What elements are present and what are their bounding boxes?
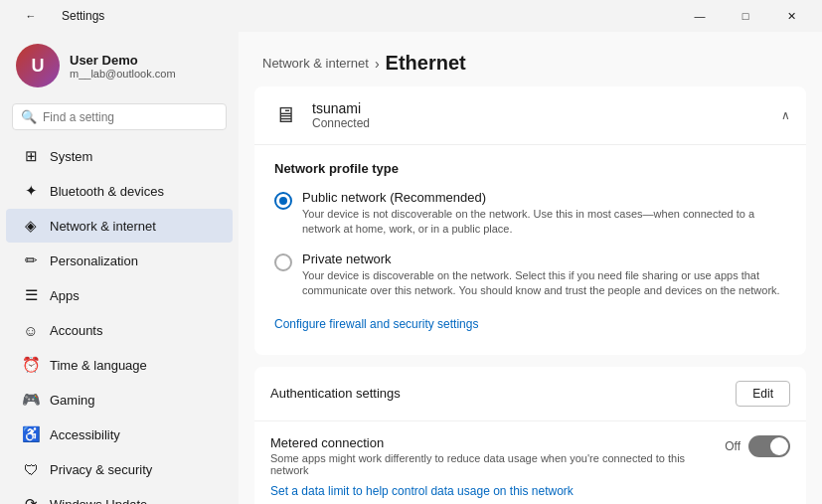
- privacy-icon: 🛡: [22, 460, 40, 478]
- radio-private-desc: Your device is discoverable on the netwo…: [302, 268, 786, 299]
- breadcrumb-separator: ›: [375, 56, 380, 72]
- connection-info: 🖥 tsunami Connected: [270, 100, 370, 130]
- user-profile[interactable]: U User Demo m__lab@outlook.com: [0, 32, 239, 99]
- nav-list: ⊞System✦Bluetooth & devices◈Network & in…: [0, 138, 239, 504]
- sidebar-item-label-personalization: Personalization: [50, 253, 138, 268]
- titlebar-controls: — □ ✕: [677, 0, 814, 32]
- sidebar-item-system[interactable]: ⊞System: [6, 139, 233, 173]
- toggle-label: Off: [725, 439, 740, 453]
- minimize-button[interactable]: —: [677, 0, 723, 32]
- user-name: User Demo: [70, 53, 176, 68]
- sidebar-item-apps[interactable]: ☰Apps: [6, 278, 233, 312]
- sidebar-item-label-system: System: [50, 149, 92, 164]
- titlebar-title: Settings: [62, 9, 104, 23]
- sidebar-item-network[interactable]: ◈Network & internet: [6, 209, 233, 243]
- personalization-icon: ✏: [22, 252, 40, 269]
- sidebar-item-gaming[interactable]: 🎮Gaming: [6, 383, 233, 417]
- toggle-thumb: [770, 437, 788, 455]
- profile-section: Network profile type Public network (Rec…: [254, 145, 806, 355]
- firewall-link[interactable]: Configure firewall and security settings: [274, 317, 478, 331]
- maximize-button[interactable]: □: [723, 0, 768, 32]
- data-limit-link[interactable]: Set a data limit to help control data us…: [270, 484, 574, 498]
- gaming-icon: 🎮: [22, 391, 40, 409]
- sidebar-item-update[interactable]: ⟳Windows Update: [6, 487, 233, 504]
- sidebar-item-time[interactable]: ⏰Time & language: [6, 348, 233, 382]
- metered-label: Metered connection: [270, 435, 725, 450]
- sidebar-item-accessibility[interactable]: ♿Accessibility: [6, 418, 233, 451]
- titlebar: ← Settings — □ ✕: [0, 0, 822, 32]
- metered-toggle[interactable]: Off: [725, 435, 790, 457]
- auth-label: Authentication settings: [270, 386, 401, 401]
- connection-status: Connected: [312, 116, 370, 130]
- sidebar-item-label-update: Windows Update: [50, 497, 147, 505]
- breadcrumb: Network & internet › Ethernet: [239, 32, 822, 86]
- update-icon: ⟳: [22, 495, 40, 504]
- breadcrumb-parent[interactable]: Network & internet: [262, 56, 369, 71]
- chevron-up-icon[interactable]: ∧: [781, 108, 790, 122]
- connection-panel: 🖥 tsunami Connected ∧ Network profile ty…: [254, 86, 806, 355]
- network-icon: 🖥: [270, 100, 300, 130]
- metered-row: Metered connection Some apps might work …: [254, 421, 806, 504]
- sidebar-item-personalization[interactable]: ✏Personalization: [6, 244, 233, 277]
- sidebar-item-bluetooth[interactable]: ✦Bluetooth & devices: [6, 174, 233, 208]
- auth-row: Authentication settings Edit: [254, 367, 806, 421]
- apps-icon: ☰: [22, 286, 40, 304]
- sidebar: U User Demo m__lab@outlook.com 🔍 ⊞System…: [0, 32, 239, 504]
- radio-public-desc: Your device is not discoverable on the n…: [302, 207, 786, 238]
- accounts-icon: ☺: [22, 321, 40, 339]
- radio-private-label: Private network: [302, 252, 786, 266]
- titlebar-left: ← Settings: [8, 0, 104, 32]
- content-area: Network & internet › Ethernet 🖥 tsunami …: [239, 32, 822, 504]
- radio-public-circle[interactable]: [274, 192, 292, 210]
- settings-panel: Authentication settings Edit Metered con…: [254, 367, 806, 504]
- section-title: Network profile type: [274, 161, 786, 176]
- network-icon: ◈: [22, 217, 40, 235]
- sidebar-item-label-network: Network & internet: [50, 219, 156, 234]
- system-icon: ⊞: [22, 147, 40, 165]
- toggle-track[interactable]: [748, 435, 790, 457]
- close-button[interactable]: ✕: [768, 0, 814, 32]
- main-layout: U User Demo m__lab@outlook.com 🔍 ⊞System…: [0, 32, 822, 504]
- connection-header: 🖥 tsunami Connected ∧: [254, 86, 806, 145]
- user-email: m__lab@outlook.com: [70, 68, 176, 80]
- back-button[interactable]: ←: [8, 0, 54, 32]
- user-info: User Demo m__lab@outlook.com: [70, 53, 176, 80]
- sidebar-item-label-time: Time & language: [50, 358, 147, 373]
- connection-name: tsunami: [312, 100, 370, 116]
- sidebar-item-accounts[interactable]: ☺Accounts: [6, 313, 233, 347]
- sidebar-item-privacy[interactable]: 🛡Privacy & security: [6, 452, 233, 486]
- radio-private-circle[interactable]: [274, 253, 292, 271]
- sidebar-item-label-bluetooth: Bluetooth & devices: [50, 184, 164, 199]
- breadcrumb-current: Ethernet: [386, 52, 466, 75]
- search-box[interactable]: 🔍: [12, 103, 227, 130]
- avatar: U: [16, 44, 60, 87]
- radio-public-label: Public network (Recommended): [302, 190, 786, 205]
- metered-desc: Some apps might work differently to redu…: [270, 452, 725, 476]
- sidebar-item-label-apps: Apps: [50, 288, 80, 303]
- sidebar-item-label-accounts: Accounts: [50, 323, 102, 338]
- search-input[interactable]: [43, 110, 218, 124]
- auth-edit-button[interactable]: Edit: [736, 381, 790, 407]
- radio-private[interactable]: Private network Your device is discovera…: [274, 252, 786, 299]
- search-icon: 🔍: [21, 109, 37, 124]
- bluetooth-icon: ✦: [22, 182, 40, 200]
- sidebar-item-label-privacy: Privacy & security: [50, 462, 152, 477]
- radio-public[interactable]: Public network (Recommended) Your device…: [274, 190, 786, 238]
- sidebar-item-label-accessibility: Accessibility: [50, 427, 120, 442]
- time-icon: ⏰: [22, 356, 40, 374]
- sidebar-item-label-gaming: Gaming: [50, 393, 95, 408]
- accessibility-icon: ♿: [22, 425, 40, 443]
